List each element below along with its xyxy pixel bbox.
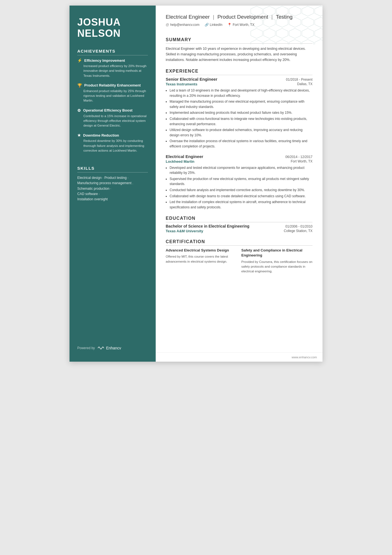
- linkedin-value: LinkedIn: [210, 23, 222, 27]
- skills-section: SKILLS Electrical design · Product testi…: [77, 166, 148, 202]
- skill-dot: .: [132, 181, 133, 185]
- skill-item-2: Manufacturing process management .: [77, 181, 148, 186]
- skill-item-5: Installation oversight: [77, 197, 148, 202]
- exp-bullets-2: Developed and tested electrical componen…: [166, 165, 312, 210]
- edu-school: Texas A&M University: [166, 229, 203, 233]
- bullet-item: Conducted failure analysis and implement…: [170, 188, 312, 193]
- exp-header-row-2: Electrical Engineer 06/2014 - 12/2017: [166, 154, 312, 159]
- cert-title-1: Advanced Electrical Systems Design: [166, 248, 237, 253]
- bullet-item: Led a team of 10 engineers in the design…: [170, 88, 312, 98]
- exp-dates-1: 01/2018 - Present: [286, 78, 312, 82]
- experience-section: EXPERIENCE Senior Electrical Engineer 01…: [166, 69, 312, 210]
- achievement-item: ★ Downtime Reduction Reduced downtime by…: [77, 133, 148, 153]
- cert-desc-2: Provided by Coursera, this certification…: [241, 260, 312, 274]
- exp-position-2: Electrical Engineer: [166, 154, 203, 159]
- sidebar: JOSHUA NELSON ACHIEVEMENTS ⚡ Efficiency …: [70, 6, 156, 362]
- exp-company-row-1: Texas Instruments Dallas, TX: [166, 82, 312, 86]
- exp-dates-2: 06/2014 - 12/2017: [286, 155, 312, 159]
- exp-entry-2: Electrical Engineer 06/2014 - 12/2017 Lo…: [166, 154, 312, 210]
- education-title: EDUCATION: [166, 216, 312, 222]
- achievement-title-2: 🏆 Product Reliability Enhancement: [77, 83, 148, 88]
- footer-url: www.enhancv.com: [292, 356, 317, 359]
- contact-row: @ help@enhancv.com 🔗 LinkedIn 📍 Fort Wor…: [166, 23, 312, 27]
- logo-svg-icon: [97, 346, 105, 351]
- exp-company-1: Texas Instruments: [166, 82, 197, 86]
- achievement-title-4: ★ Downtime Reduction: [77, 133, 148, 137]
- sep2: |: [271, 14, 274, 20]
- name-section: JOSHUA NELSON: [77, 17, 148, 39]
- exp-location-1: Dallas, TX: [297, 82, 312, 86]
- certification-title: CERTIFICATION: [166, 239, 312, 246]
- header-section: Electrical Engineer | Product Developmen…: [156, 6, 322, 32]
- bullet-item: Developed and tested electrical componen…: [170, 165, 312, 176]
- skill-item-3: Schematic production ·: [77, 186, 148, 191]
- edu-dates: 01/2006 - 01/2010: [286, 225, 312, 228]
- resume-container: JOSHUA NELSON ACHIEVEMENTS ⚡ Efficiency …: [70, 6, 322, 362]
- email-icon: @: [166, 23, 169, 27]
- contact-linkedin: 🔗 LinkedIn: [205, 23, 222, 27]
- main-body: SUMMARY Electrical Engineer with 10 year…: [156, 32, 322, 352]
- email-value: help@enhancv.com: [170, 23, 199, 27]
- main-content: Electrical Engineer | Product Developmen…: [156, 6, 322, 362]
- skills-title: SKILLS: [77, 166, 148, 172]
- exp-location-2: Fort Worth, TX: [291, 159, 312, 164]
- bullet-item: Implemented advanced testing protocols t…: [170, 110, 312, 115]
- experience-title: EXPERIENCE: [166, 69, 312, 75]
- certification-section: CERTIFICATION Advanced Electrical System…: [166, 239, 312, 274]
- achievements-section: ACHIEVEMENTS ⚡ Efficiency Improvement In…: [77, 49, 148, 158]
- achievement-title-1: ⚡ Efficiency Improvement: [77, 58, 148, 63]
- exp-company-2: Lockheed Martin: [166, 159, 194, 164]
- job-title-row: Electrical Engineer | Product Developmen…: [166, 14, 312, 20]
- efficiency-icon: ⚡: [77, 58, 82, 63]
- bullet-item: Utilized design software to produce deta…: [170, 127, 312, 138]
- exp-bullets-1: Led a team of 10 engineers in the design…: [166, 88, 312, 149]
- job-title: Electrical Engineer: [166, 14, 210, 20]
- bullet-item: Led the installation of complex electric…: [170, 199, 312, 210]
- sep1: |: [213, 14, 216, 20]
- linkedin-icon: 🔗: [205, 23, 209, 27]
- education-section: EDUCATION Bachelor of Science in Electri…: [166, 216, 312, 233]
- cert-title-2: Safety and Compliance in Electrical Engi…: [241, 248, 312, 258]
- achievement-item: 🏆 Product Reliability Enhancement Enhanc…: [77, 83, 148, 103]
- achievement-item: ⚡ Efficiency Improvement Increased produ…: [77, 58, 148, 78]
- exp-entry-1: Senior Electrical Engineer 01/2018 - Pre…: [166, 77, 312, 149]
- bullet-item: Collaborated with design teams to create…: [170, 194, 312, 199]
- achievement-title-3: ⚙ Operational Efficiency Boost: [77, 108, 148, 113]
- contact-email: @ help@enhancv.com: [166, 23, 200, 27]
- skill-item-4: CAD software ·: [77, 191, 148, 197]
- achievement-desc-1: Increased product efficiency by 20% thro…: [77, 64, 148, 78]
- edu-school-row: Texas A&M University College Station, TX: [166, 229, 312, 233]
- job-subtitle1: Product Development: [217, 14, 268, 20]
- achievement-desc-3: Contributed to a 15% increase in operati…: [77, 114, 148, 128]
- achievement-desc-2: Enhanced product reliability by 25% thro…: [77, 89, 148, 103]
- achievements-title: ACHIEVEMENTS: [77, 49, 148, 55]
- summary-text: Electrical Engineer with 10 years of exp…: [166, 46, 312, 63]
- skill-item-1: Electrical design · Product testing ·: [77, 175, 148, 181]
- location-value: Fort Worth, TX: [233, 23, 254, 27]
- bullet-item: Managed the manufacturing process of new…: [170, 99, 312, 109]
- achievement-item: ⚙ Operational Efficiency Boost Contribut…: [77, 108, 148, 128]
- job-subtitle2: Testing: [276, 14, 292, 20]
- cert-grid: Advanced Electrical Systems Design Offer…: [166, 248, 312, 274]
- contact-location: 📍 Fort Worth, TX: [227, 23, 254, 27]
- footer-bar: www.enhancv.com: [156, 352, 322, 362]
- enhancv-logo: Enhancv: [97, 346, 121, 351]
- cert-desc-1: Offered by MIT, this course covers the l…: [166, 254, 237, 264]
- cert-item-2: Safety and Compliance in Electrical Engi…: [241, 248, 312, 274]
- edu-entry: Bachelor of Science in Electrical Engine…: [166, 224, 312, 228]
- exp-position-1: Senior Electrical Engineer: [166, 77, 217, 82]
- gear-icon: ⚙: [77, 108, 81, 113]
- cert-item-1: Advanced Electrical Systems Design Offer…: [166, 248, 237, 274]
- location-icon: 📍: [227, 23, 232, 27]
- last-name: NELSON: [77, 28, 148, 39]
- exp-company-row-2: Lockheed Martin Fort Worth, TX: [166, 159, 312, 164]
- achievement-desc-4: Reduced downtime by 30% by conducting th…: [77, 139, 148, 153]
- bullet-item: Supervised the production of new electri…: [170, 176, 312, 187]
- logo-text: Enhancv: [106, 346, 121, 350]
- edu-location: College Station, TX: [284, 229, 312, 233]
- sidebar-footer: Powered by Enhancv: [77, 340, 148, 351]
- first-name: JOSHUA: [77, 17, 148, 28]
- edu-degree: Bachelor of Science in Electrical Engine…: [166, 224, 249, 228]
- bullet-item: Collaborated with cross-functional teams…: [170, 116, 312, 127]
- trophy-icon: 🏆: [77, 83, 82, 88]
